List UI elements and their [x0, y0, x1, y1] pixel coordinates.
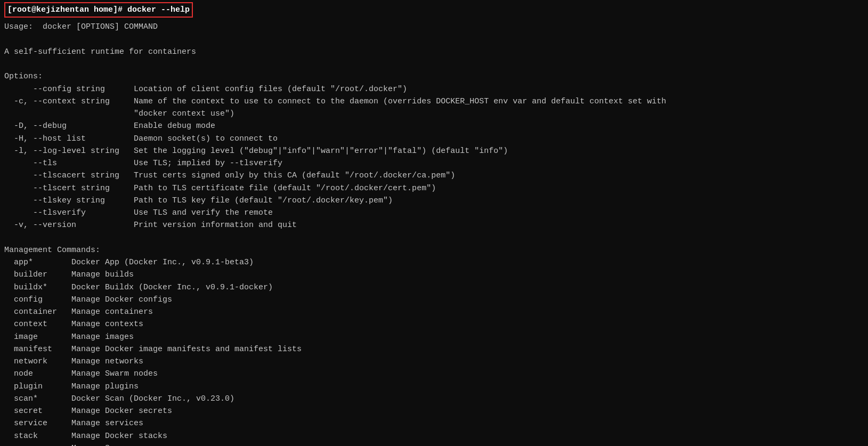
prompt-line: [root@kejizhentan home]# docker --help	[4, 2, 193, 18]
terminal-output: Usage: docker [OPTIONS] COMMAND A self-s…	[4, 21, 864, 446]
terminal-window: [root@kejizhentan home]# docker --help U…	[0, 0, 868, 446]
